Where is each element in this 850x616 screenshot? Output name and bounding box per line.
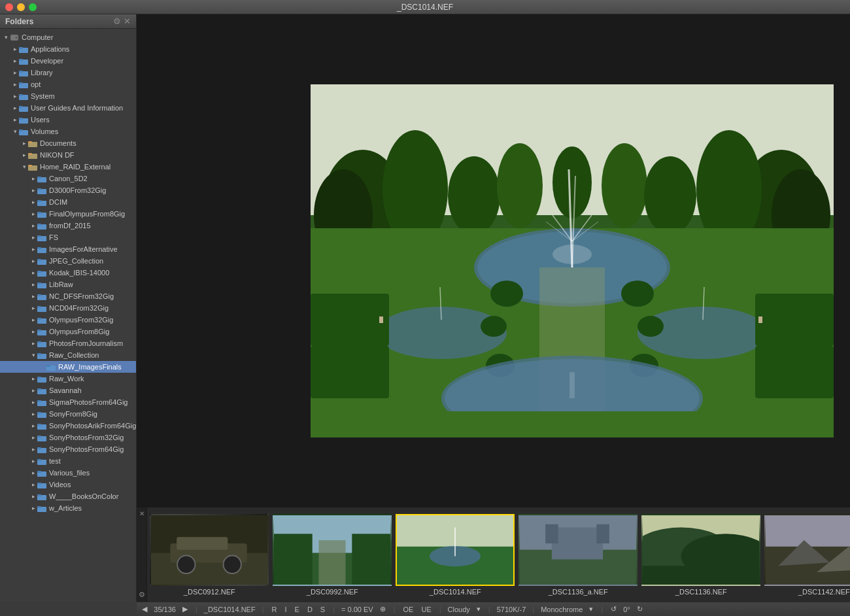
folder-item-users[interactable]: Users (0, 114, 136, 126)
mode-e[interactable]: E (294, 606, 301, 613)
thumbnail-1[interactable]: _DSC0992.NEF (271, 514, 393, 596)
folder-item-system[interactable]: System (0, 90, 136, 102)
folder-triangle-nc-dfs[interactable] (30, 293, 37, 299)
folder-item-d3000[interactable]: D3000From32Gig (0, 184, 136, 196)
prev-button[interactable]: ◀ (141, 605, 148, 613)
folder-triangle-ncd04[interactable] (30, 305, 37, 311)
folder-tree[interactable]: ComputerApplicationsDeveloperLibraryoptS… (0, 29, 136, 602)
thumbnail-5[interactable]: _DSC1142.NEF (763, 514, 850, 596)
mode-d[interactable]: D (306, 606, 314, 613)
folder-item-dcim[interactable]: DCIM (0, 196, 136, 208)
ev-plus[interactable]: ⊕ (379, 605, 387, 613)
mode-r[interactable]: R (271, 606, 279, 613)
folder-item-images-alt[interactable]: ImagesForAlternative (0, 243, 136, 255)
folders-close-icon[interactable]: ✕ (124, 16, 131, 26)
folder-item-ncd04[interactable]: NCD04From32Gig (0, 302, 136, 314)
folder-item-w-books[interactable]: W____BooksOnColor (0, 490, 136, 502)
folder-triangle-sony8[interactable] (30, 411, 37, 417)
folder-item-savannah[interactable]: Savannah (0, 385, 136, 396)
folder-triangle-sony32[interactable] (30, 434, 37, 441)
folder-item-raw-coll[interactable]: Raw_Collection (0, 349, 136, 361)
folder-triangle-sony-arik[interactable] (30, 422, 37, 429)
folder-triangle-test[interactable] (30, 458, 37, 464)
folder-item-test[interactable]: test (0, 455, 136, 467)
folder-triangle-photos-journ[interactable] (30, 340, 37, 347)
folder-triangle-images-alt[interactable] (30, 246, 37, 252)
thumbnail-2[interactable]: _DSC1014.NEF (394, 514, 516, 596)
mode-i[interactable]: I (283, 606, 288, 613)
folder-triangle-from-df[interactable] (30, 222, 37, 229)
folder-item-sony8[interactable]: SonyFrom8Gig (0, 408, 136, 420)
folder-triangle-olympus8[interactable] (30, 328, 37, 335)
folder-item-raw-work[interactable]: Raw_Work (0, 373, 136, 385)
folder-item-videos[interactable]: Videos (0, 479, 136, 490)
folder-item-computer[interactable]: Computer (0, 31, 136, 43)
folder-item-raw-images[interactable]: RAW_ImagesFinals (0, 361, 136, 373)
folder-triangle-home-raid[interactable] (21, 163, 27, 170)
folder-item-nikon-df[interactable]: NIKON DF (0, 149, 136, 161)
folder-item-applications[interactable]: Applications (0, 43, 136, 55)
thumbnail-0[interactable]: _DSC0912.NEF (148, 514, 270, 596)
folder-item-home-raid[interactable]: Home_RAID_External (0, 161, 136, 173)
folder-item-photos-journ[interactable]: PhotosFromJournalism (0, 337, 136, 349)
folder-triangle-kodak[interactable] (30, 269, 37, 276)
folder-item-user-guides[interactable]: User Guides And Information (0, 102, 136, 114)
folder-triangle-developer[interactable] (12, 58, 18, 64)
folder-triangle-canon-5d2[interactable] (30, 175, 37, 182)
folder-triangle-user-guides[interactable] (12, 105, 18, 111)
folder-item-sony-arik[interactable]: SonyPhotosArikFrom64Gig (0, 420, 136, 432)
folder-triangle-olympus32[interactable] (30, 317, 37, 323)
folder-triangle-library[interactable] (12, 69, 18, 76)
mode-s[interactable]: S (319, 606, 326, 613)
folder-triangle-jpeg[interactable] (30, 258, 37, 264)
thumbnail-3[interactable]: _DSC1136_a.NEF (517, 514, 639, 596)
oe-button[interactable]: OE (402, 606, 415, 613)
minimize-button[interactable] (17, 3, 25, 11)
filmstrip-close-icon[interactable]: ✕ (139, 510, 144, 517)
folder-triangle-raw-work[interactable] (30, 375, 37, 382)
rotation-icon[interactable]: ↺ (609, 605, 618, 613)
folder-triangle-sigma[interactable] (30, 399, 37, 405)
folder-item-canon-5d2[interactable]: Canon_5D2 (0, 173, 136, 184)
folder-item-developer[interactable]: Developer (0, 55, 136, 67)
folder-triangle-various[interactable] (30, 470, 37, 476)
folder-triangle-users[interactable] (12, 116, 18, 123)
folder-triangle-volumes[interactable] (12, 128, 18, 135)
wb-dropdown[interactable]: ▾ (475, 605, 482, 613)
folder-item-w-articles[interactable]: w_Articles (0, 502, 136, 514)
folder-item-nc-dfs[interactable]: NC_DFSFrom32Gig (0, 290, 136, 302)
folder-triangle-raw-coll[interactable] (30, 352, 37, 358)
rotate-button[interactable]: ↻ (636, 605, 644, 613)
folder-triangle-libraw[interactable] (30, 281, 37, 288)
folder-item-jpeg[interactable]: JPEG_Collection (0, 255, 136, 267)
folder-triangle-opt[interactable] (12, 81, 18, 88)
folder-triangle-final-olympus[interactable] (30, 211, 37, 217)
folder-triangle-nikon-df[interactable] (21, 152, 27, 158)
color-dropdown[interactable]: ▾ (588, 605, 594, 613)
folder-item-library[interactable]: Library (0, 67, 136, 78)
folder-triangle-savannah[interactable] (30, 387, 37, 394)
folder-triangle-dcim[interactable] (30, 199, 37, 205)
folder-item-sony32[interactable]: SonyPhotosFrom32Gig (0, 432, 136, 443)
filmstrip-gear-icon[interactable]: ⚙ (139, 590, 145, 599)
close-button[interactable] (5, 3, 13, 11)
folder-triangle-w-articles[interactable] (30, 505, 37, 511)
folder-item-opt[interactable]: opt (0, 78, 136, 90)
folder-item-documents[interactable]: Documents (0, 137, 136, 149)
folder-triangle-applications[interactable] (12, 46, 18, 52)
ue-button[interactable]: UE (420, 606, 432, 613)
maximize-button[interactable] (29, 3, 37, 11)
folder-triangle-videos[interactable] (30, 481, 37, 488)
thumbnail-4[interactable]: _DSC1136.NEF (640, 514, 762, 596)
folder-item-fs[interactable]: FS (0, 231, 136, 243)
folder-triangle-sony64[interactable] (30, 446, 37, 453)
folder-item-volumes[interactable]: Volumes (0, 126, 136, 137)
folder-triangle-system[interactable] (12, 93, 18, 99)
folder-item-sigma[interactable]: SigmaPhotosFrom64Gig (0, 396, 136, 408)
folder-triangle-documents[interactable] (21, 140, 27, 146)
folders-gear-icon[interactable]: ⚙ (113, 16, 121, 26)
folder-item-sony64[interactable]: SonyPhotosFrom64Gig (0, 443, 136, 455)
folder-triangle-d3000[interactable] (30, 187, 37, 194)
folder-item-olympus8[interactable]: OlympusFrom8Gig (0, 326, 136, 337)
next-button[interactable]: ▶ (181, 605, 189, 613)
